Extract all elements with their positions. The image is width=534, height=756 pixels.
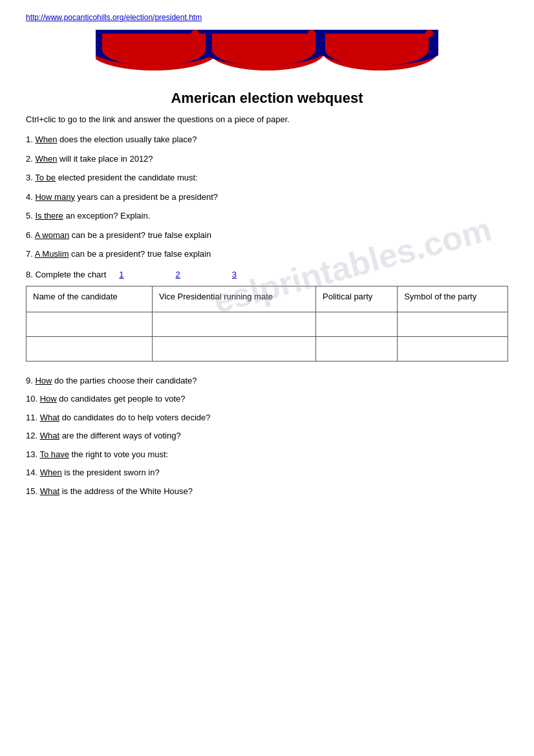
q3-number: 3. bbox=[26, 173, 35, 182]
q9-number: 9. bbox=[26, 376, 35, 385]
questions-bottom: 9. How do the parties choose their candi… bbox=[26, 374, 508, 498]
q4-keyword: How many bbox=[35, 192, 74, 202]
q3-keyword: To be bbox=[35, 173, 56, 182]
table-cell bbox=[315, 312, 397, 336]
table-header-row: Name of the candidate Vice Presidential … bbox=[27, 286, 508, 312]
table-row bbox=[27, 312, 508, 336]
q14-rest: is the president sworn in? bbox=[62, 468, 160, 477]
questions-top: 1. When does the election usually take p… bbox=[26, 133, 508, 261]
q2-number: 2. bbox=[26, 154, 35, 164]
question-14: 14. When is the president sworn in? bbox=[26, 466, 508, 479]
chart-links: 1 2 3 bbox=[119, 270, 237, 279]
question-6: 6. A woman can be a president? true fals… bbox=[26, 229, 508, 242]
question-5: 5. Is there an exception? Explain. bbox=[26, 210, 508, 222]
q15-keyword: What bbox=[40, 486, 59, 496]
q5-keyword: Is there bbox=[35, 211, 63, 221]
q7-keyword: A Muslim bbox=[35, 249, 69, 259]
chart-label: 8. Complete the chart bbox=[26, 270, 106, 279]
col-header-candidate: Name of the candidate bbox=[27, 286, 153, 312]
table-cell bbox=[152, 336, 315, 361]
q12-rest: are the different ways of voting? bbox=[59, 431, 181, 440]
q11-keyword: What bbox=[40, 413, 59, 422]
url-link[interactable]: http://www.pocanticohills.org/election/p… bbox=[26, 13, 508, 22]
question-9: 9. How do the parties choose their candi… bbox=[26, 374, 508, 387]
table-cell bbox=[315, 336, 397, 361]
q9-rest: do the parties choose their candidate? bbox=[52, 376, 197, 385]
q14-keyword: When bbox=[40, 468, 62, 477]
q15-number: 15. bbox=[26, 486, 40, 496]
bunting-graphic bbox=[96, 28, 438, 77]
question-11: 11. What do candidates do to help voters… bbox=[26, 411, 508, 424]
table-row bbox=[27, 336, 508, 361]
q5-rest: an exception? Explain. bbox=[63, 211, 150, 221]
chart-section: 8. Complete the chart 1 2 3 bbox=[26, 270, 508, 279]
table-cell bbox=[27, 336, 153, 361]
question-1: 1. When does the election usually take p… bbox=[26, 133, 508, 146]
q7-number: 7. bbox=[26, 249, 35, 259]
q13-rest: the right to vote you must: bbox=[69, 449, 168, 459]
question-2: 2. When will it take place in 2012? bbox=[26, 153, 508, 166]
page-title: American election webquest bbox=[26, 90, 508, 107]
q7-rest: can be a president? true false explain bbox=[69, 249, 211, 259]
q13-keyword: To have bbox=[39, 449, 69, 459]
table-cell bbox=[27, 312, 153, 336]
q9-keyword: How bbox=[35, 376, 52, 385]
q13-number: 13. bbox=[26, 449, 39, 459]
q1-keyword: When bbox=[35, 135, 57, 144]
question-15: 15. What is the address of the White Hou… bbox=[26, 485, 508, 498]
col-header-vp: Vice Presidential running mate bbox=[152, 286, 315, 312]
q11-number: 11. bbox=[26, 413, 40, 422]
q4-rest: years can a president be a president? bbox=[75, 192, 218, 202]
q12-keyword: What bbox=[40, 431, 59, 440]
q11-rest: do candidates do to help voters decide? bbox=[59, 413, 210, 422]
col-header-symbol: Symbol of the party bbox=[398, 286, 508, 312]
chart-link-2[interactable]: 2 bbox=[176, 270, 180, 279]
question-4: 4. How many years can a president be a p… bbox=[26, 191, 508, 204]
q12-number: 12. bbox=[26, 431, 40, 440]
q4-number: 4. bbox=[26, 192, 35, 202]
q6-keyword: A woman bbox=[35, 230, 69, 240]
question-3: 3. To be elected president the candidate… bbox=[26, 171, 508, 184]
question-13: 13. To have the right to vote you must: bbox=[26, 448, 508, 461]
q2-rest: will it take place in 2012? bbox=[57, 154, 153, 164]
question-12: 12. What are the different ways of votin… bbox=[26, 429, 508, 442]
q10-keyword: How bbox=[40, 394, 57, 404]
q6-number: 6. bbox=[26, 230, 35, 240]
table-cell bbox=[152, 312, 315, 336]
question-10: 10. How do candidates get people to vote… bbox=[26, 393, 508, 405]
q1-rest: does the election usually take place? bbox=[57, 135, 197, 144]
q14-number: 14. bbox=[26, 468, 40, 477]
table-cell bbox=[398, 336, 508, 361]
chart-link-3[interactable]: 3 bbox=[232, 270, 237, 279]
election-table: Name of the candidate Vice Presidential … bbox=[26, 286, 508, 362]
chart-link-1[interactable]: 1 bbox=[119, 270, 123, 279]
table-cell bbox=[398, 312, 508, 336]
q2-keyword: When bbox=[35, 154, 57, 164]
q1-number: 1. bbox=[26, 135, 35, 144]
intro-text: Ctrl+clic to go to the link and answer t… bbox=[26, 114, 508, 124]
banner-decoration bbox=[26, 28, 508, 80]
q10-number: 10. bbox=[26, 394, 40, 404]
q3-rest: elected president the candidate must: bbox=[56, 173, 198, 182]
q10-rest: do candidates get people to vote? bbox=[57, 394, 186, 404]
q15-rest: is the address of the White House? bbox=[59, 486, 193, 496]
question-7: 7. A Muslim can be a president? true fal… bbox=[26, 248, 508, 261]
q6-rest: can be a president? true false explain bbox=[69, 230, 211, 240]
q5-number: 5. bbox=[26, 211, 35, 221]
col-header-party: Political party bbox=[315, 286, 397, 312]
